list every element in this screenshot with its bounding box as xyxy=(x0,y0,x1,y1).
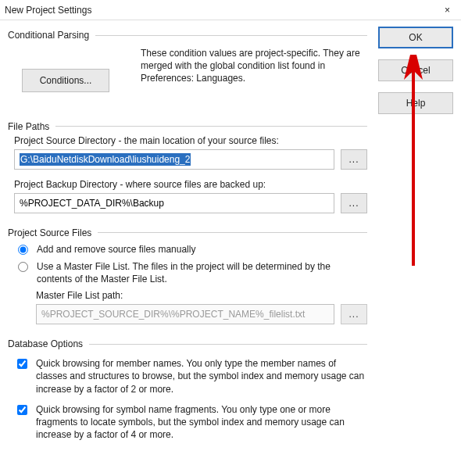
chk-symbol-fragments-label: Quick browsing for symbol name fragments… xyxy=(36,403,367,442)
radio-manual-label: Add and remove source files manually xyxy=(37,243,367,256)
radio-master-label: Use a Master File List. The files in the… xyxy=(37,260,367,285)
conditional-parsing-title: Conditional Parsing xyxy=(8,30,89,41)
help-button[interactable]: Help xyxy=(378,92,453,114)
divider xyxy=(98,232,367,233)
conditional-desc: These condition values are project-speci… xyxy=(141,47,367,85)
radio-master[interactable] xyxy=(18,262,28,272)
bak-dir-input[interactable] xyxy=(14,193,334,213)
chk-symbol-fragments[interactable] xyxy=(17,405,27,415)
mfl-browse-button: ... xyxy=(341,304,367,324)
close-icon[interactable]: × xyxy=(440,3,455,17)
mfl-label: Master File List path: xyxy=(36,290,367,301)
src-dir-input[interactable]: G:\BaiduNetdiskDownload\liushuideng_2 xyxy=(14,149,334,170)
divider xyxy=(55,126,367,127)
window-title: New Project Settings xyxy=(5,5,91,16)
divider xyxy=(89,344,367,345)
chk-member-names-label: Quick browsing for member names. You onl… xyxy=(36,357,367,395)
ok-button[interactable]: OK xyxy=(378,27,453,48)
divider xyxy=(95,35,367,36)
project-source-files-title: Project Source Files xyxy=(8,227,91,238)
conditions-button[interactable]: Conditions... xyxy=(22,69,109,92)
cancel-button[interactable]: Cancel xyxy=(378,59,453,81)
bak-dir-label: Project Backup Directory - where source … xyxy=(14,179,367,190)
src-dir-label: Project Source Directory - the main loca… xyxy=(14,135,367,146)
file-paths-title: File Paths xyxy=(8,121,49,132)
bak-browse-button[interactable]: ... xyxy=(341,193,367,213)
mfl-input xyxy=(36,304,334,324)
database-options-title: Database Options xyxy=(8,338,83,349)
src-browse-button[interactable]: ... xyxy=(341,149,367,170)
radio-manual[interactable] xyxy=(18,245,28,255)
chk-member-names[interactable] xyxy=(17,359,27,369)
